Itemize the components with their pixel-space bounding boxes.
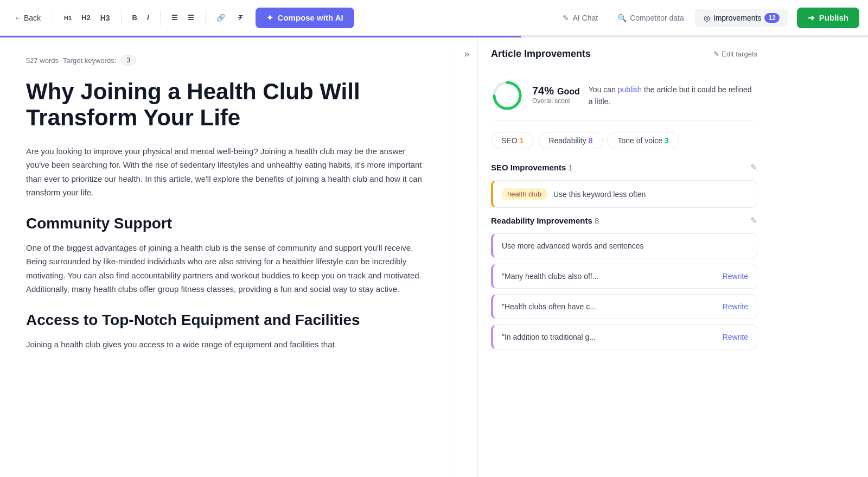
readability-tab-label: Readability — [548, 136, 586, 145]
tab-active-indicator — [0, 36, 521, 37]
seo-item-health-club: health club Use this keyword less often — [491, 180, 757, 208]
editor-area[interactable]: 527 words Target keywords: 3 Why Joining… — [0, 37, 456, 477]
tone-tab-label: Tone of voice — [617, 136, 662, 145]
rewrite-button-1[interactable]: Rewrite — [723, 272, 748, 281]
imp-tab-readability[interactable]: Readability 8 — [538, 132, 603, 149]
panel-title: Article Improvements — [491, 48, 591, 60]
improvement-tabs: SEO 1 Readability 8 Tone of voice 3 — [491, 132, 757, 149]
score-circle — [491, 79, 524, 112]
edit-icon: ✎ — [713, 50, 719, 58]
score-ring-svg — [491, 79, 524, 112]
ai-chat-label: AI Chat — [572, 14, 598, 22]
publish-label: Publish — [819, 13, 848, 22]
score-description: You can publish the article but it could… — [589, 84, 757, 108]
italic-button[interactable]: I — [143, 10, 154, 25]
seo-tab-label: SEO — [501, 136, 518, 145]
link-button[interactable]: 🔗 — [212, 10, 229, 25]
h2-button[interactable]: H2 — [77, 10, 95, 25]
score-percent: 74% — [532, 85, 554, 97]
readability-item-health-often: "Health clubs often have c... Rewrite — [491, 294, 757, 319]
panel-collapse-button[interactable]: » — [464, 48, 469, 60]
readability-section: Readability Improvements 8 ✎ Use more ad… — [491, 215, 757, 349]
improvements-count: 12 — [764, 13, 779, 23]
seo-section-count: 1 — [569, 163, 573, 172]
many-health-text: "Many health clubs also off... — [502, 272, 716, 281]
imp-tab-seo[interactable]: SEO 1 — [491, 132, 534, 149]
article-title: Why Joining a Health Club Will Transform… — [26, 79, 430, 131]
readability-section-title: Readability Improvements 8 — [491, 216, 599, 225]
seo-edit-button[interactable]: ✎ — [750, 162, 757, 173]
rewrite-button-3[interactable]: Rewrite — [723, 333, 748, 341]
score-details: 74% Good Overall score — [532, 85, 580, 107]
readability-item-many-health: "Many health clubs also off... Rewrite — [491, 264, 757, 289]
readability-section-count: 8 — [595, 216, 599, 225]
publish-button[interactable]: ➜ Publish — [797, 8, 859, 28]
seo-section-title: SEO Improvements 1 — [491, 163, 573, 172]
advanced-words-text: Use more advanced words and sentences — [502, 241, 748, 250]
article-para-1: Are you looking to improve your physical… — [26, 144, 430, 200]
panel-toggle-area: » — [456, 37, 478, 477]
divider2 — [121, 10, 122, 26]
tab-improvements[interactable]: ◎ Improvements 12 — [695, 9, 788, 27]
seo-tab-count: 1 — [520, 136, 524, 145]
competitor-label: Competitor data — [630, 14, 684, 22]
improvements-label: Improvements — [713, 14, 762, 22]
seo-section: SEO Improvements 1 ✎ health club Use thi… — [491, 162, 757, 208]
back-button[interactable]: ← Back — [9, 10, 46, 26]
article-para-2: One of the biggest advantages of joining… — [26, 241, 430, 296]
unordered-list-button[interactable]: ☰ — [167, 10, 182, 25]
back-label: ← Back — [14, 14, 41, 22]
h1-button[interactable]: H1 — [60, 11, 76, 24]
h3-button[interactable]: H3 — [96, 10, 114, 26]
score-desc-text: You can — [589, 85, 616, 94]
pencil-icon: ✎ — [563, 14, 569, 22]
readability-edit-button[interactable]: ✎ — [750, 215, 757, 226]
score-card: 74% Good Overall score You can publish t… — [491, 71, 757, 121]
word-count-bar: 527 words Target keywords: 3 — [26, 55, 430, 66]
readability-item-advanced-words: Use more advanced words and sentences — [491, 233, 757, 258]
search-icon: 🔍 — [617, 14, 627, 22]
in-addition-text: "In addition to traditional g... — [502, 333, 716, 341]
target-keywords-label: Target keywords: — [63, 56, 116, 65]
publish-icon: ➜ — [808, 13, 815, 23]
compose-ai-button[interactable]: ✦ Compose with AI — [256, 8, 354, 28]
article-heading-equipment: Access to Top-Notch Equipment and Facili… — [26, 311, 430, 329]
rewrite-button-2[interactable]: Rewrite — [723, 302, 748, 311]
edit-targets-button[interactable]: ✎ Edit targets — [713, 50, 757, 58]
ordered-list-button[interactable]: ☰ — [183, 10, 199, 25]
imp-tab-tone[interactable]: Tone of voice 3 — [607, 132, 679, 149]
seo-item-text: Use this keyword less often — [553, 190, 646, 199]
divider3 — [160, 10, 161, 26]
panel-inner: » Article Improvements ✎ Edit targets — [456, 37, 770, 477]
word-count: 527 words — [26, 56, 59, 65]
toolbar: ← Back H1 H2 H3 B I ☰ ☰ 🔗 T ✦ Compose wi… — [0, 0, 868, 36]
tab-ai-chat[interactable]: ✎ AI Chat — [554, 9, 607, 27]
heading-toolbar: H1 H2 H3 — [60, 10, 114, 26]
article-heading-community: Community Support — [26, 215, 430, 232]
readability-item-in-addition: "In addition to traditional g... Rewrite — [491, 325, 757, 349]
right-panel: » Article Improvements ✎ Edit targets — [456, 37, 770, 477]
compose-icon: ✦ — [266, 13, 273, 23]
publish-inline-link[interactable]: publish — [618, 85, 644, 94]
article-para-3: Joining a health club gives you access t… — [26, 338, 430, 352]
score-sublabel: Overall score — [532, 97, 580, 105]
format-toolbar: B I — [128, 10, 154, 25]
tab-underline-bar — [0, 36, 868, 37]
clear-format-button[interactable]: T — [234, 10, 247, 25]
nav-tabs: ✎ AI Chat 🔍 Competitor data ◎ Improvemen… — [554, 9, 788, 27]
panel-header: Article Improvements ✎ Edit targets — [491, 48, 757, 60]
divider — [53, 10, 53, 26]
divider4 — [205, 10, 206, 26]
bold-button[interactable]: B — [128, 10, 142, 25]
readability-tab-count: 8 — [589, 136, 593, 145]
list-toolbar: ☰ ☰ — [167, 10, 199, 25]
score-label: Good — [557, 87, 580, 97]
main-content: 527 words Target keywords: 3 Why Joining… — [0, 37, 868, 477]
health-club-keyword-tag: health club — [502, 188, 547, 200]
seo-section-header: SEO Improvements 1 ✎ — [491, 162, 757, 173]
compose-label: Compose with AI — [278, 13, 343, 22]
tab-competitor-data[interactable]: 🔍 Competitor data — [609, 9, 693, 27]
edit-targets-label: Edit targets — [722, 50, 757, 58]
tone-tab-count: 3 — [665, 136, 669, 145]
circle-icon: ◎ — [704, 14, 710, 22]
